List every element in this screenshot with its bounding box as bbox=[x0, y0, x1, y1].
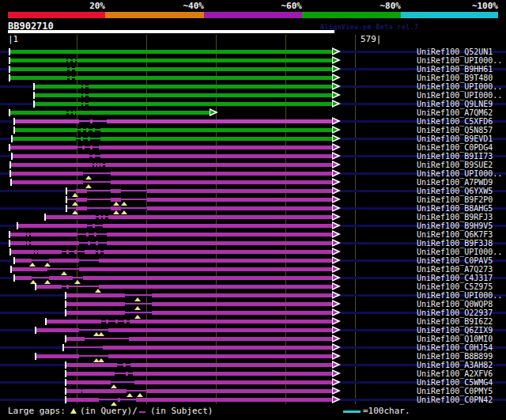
alignment-segment[interactable] bbox=[66, 302, 125, 306]
alignment-segment[interactable] bbox=[99, 285, 332, 289]
alignment-segment[interactable] bbox=[36, 354, 79, 358]
subject-label[interactable]: UniRef100_UPI000.. bbox=[417, 169, 502, 178]
alignment-segment[interactable] bbox=[152, 302, 332, 306]
alignment-segment[interactable] bbox=[75, 67, 332, 71]
subject-label[interactable]: UniRef100_C0PMY5 bbox=[417, 387, 493, 395]
alignment-segment[interactable] bbox=[83, 276, 332, 280]
alignment-segment[interactable] bbox=[66, 389, 81, 393]
alignment-segment[interactable] bbox=[9, 50, 332, 54]
subject-label[interactable]: UniRef100_A3AH82 bbox=[417, 361, 493, 369]
alignment-segment[interactable] bbox=[77, 146, 99, 148]
alignment-segment[interactable] bbox=[103, 224, 332, 228]
alignment-segment[interactable] bbox=[11, 267, 47, 271]
alignment-segment[interactable] bbox=[129, 337, 332, 341]
subject-label[interactable]: UniRef100_B9F2P0 bbox=[417, 195, 493, 204]
alignment-segment[interactable] bbox=[73, 277, 83, 278]
alignment-segment[interactable] bbox=[85, 338, 129, 339]
alignment-segment[interactable] bbox=[34, 85, 81, 89]
alignment-segment[interactable] bbox=[147, 206, 332, 210]
alignment-segment[interactable] bbox=[111, 172, 332, 176]
alignment-segment[interactable] bbox=[45, 215, 96, 219]
alignment-segment[interactable] bbox=[85, 250, 96, 254]
subject-label[interactable]: UniRef100_Q9LNE9 bbox=[417, 100, 493, 108]
subject-label[interactable]: UniRef100_Q6YXW5 bbox=[417, 187, 493, 195]
alignment-segment[interactable] bbox=[126, 390, 146, 392]
alignment-segment[interactable] bbox=[130, 363, 332, 367]
alignment-segment[interactable] bbox=[46, 320, 101, 324]
alignment-segment[interactable] bbox=[79, 329, 108, 331]
alignment-segment[interactable] bbox=[14, 128, 77, 132]
alignment-segment[interactable] bbox=[89, 93, 332, 97]
alignment-segment[interactable] bbox=[31, 241, 79, 245]
alignment-segment[interactable] bbox=[108, 354, 332, 358]
alignment-segment[interactable] bbox=[47, 268, 79, 270]
alignment-segment[interactable] bbox=[17, 224, 87, 228]
alignment-segment[interactable] bbox=[121, 190, 147, 191]
alignment-segment[interactable] bbox=[87, 207, 111, 209]
alignment-segment[interactable] bbox=[77, 59, 332, 62]
subject-label[interactable]: UniRef100_Q0WQP8 bbox=[417, 300, 493, 308]
alignment-segment[interactable] bbox=[49, 259, 79, 263]
alignment-segment[interactable] bbox=[66, 311, 125, 315]
alignment-segment[interactable] bbox=[31, 233, 77, 236]
subject-label[interactable]: UniRef100_B9F3J8 bbox=[417, 239, 493, 248]
subject-label[interactable]: UniRef100_C5XFD6 bbox=[417, 117, 493, 126]
alignment-segment[interactable] bbox=[66, 398, 99, 402]
alignment-segment[interactable] bbox=[125, 312, 152, 313]
alignment-segment[interactable] bbox=[146, 389, 332, 393]
subject-label[interactable]: UniRef100_UPI000.. bbox=[417, 248, 502, 256]
subject-label[interactable]: UniRef100_C0HJ54 bbox=[417, 343, 493, 352]
alignment-segment[interactable] bbox=[121, 199, 147, 200]
subject-label[interactable]: UniRef100_Q6K7F3 bbox=[417, 230, 493, 239]
alignment-segment[interactable] bbox=[152, 311, 332, 315]
alignment-segment[interactable] bbox=[12, 137, 76, 141]
alignment-segment[interactable] bbox=[76, 111, 210, 115]
subject-label[interactable]: UniRef100_B9II73 bbox=[417, 152, 493, 161]
alignment-segment[interactable] bbox=[133, 372, 332, 376]
alignment-segment[interactable] bbox=[14, 276, 32, 280]
alignment-segment[interactable] bbox=[9, 146, 77, 149]
alignment-segment[interactable] bbox=[66, 207, 76, 209]
alignment-segment[interactable] bbox=[9, 111, 66, 115]
alignment-segment[interactable] bbox=[136, 398, 332, 402]
alignment-segment[interactable] bbox=[10, 163, 93, 167]
alignment-segment[interactable] bbox=[63, 346, 103, 348]
alignment-segment[interactable] bbox=[111, 189, 121, 193]
alignment-segment[interactable] bbox=[79, 355, 108, 357]
subject-label[interactable]: UniRef100_B9T480 bbox=[417, 74, 493, 82]
alignment-segment[interactable] bbox=[100, 154, 332, 158]
subject-label[interactable]: UniRef100_A7PWD9 bbox=[417, 178, 493, 187]
alignment-segment[interactable] bbox=[130, 320, 332, 324]
subject-label[interactable]: UniRef100_B9HH61 bbox=[417, 65, 493, 74]
alignment-segment[interactable] bbox=[89, 102, 332, 106]
subject-label[interactable]: UniRef100_A7Q273 bbox=[417, 265, 493, 274]
subject-label[interactable]: UniRef100_B9H9V5 bbox=[417, 221, 493, 230]
alignment-segment[interactable] bbox=[108, 328, 332, 332]
alignment-segment[interactable] bbox=[108, 215, 332, 219]
alignment-segment[interactable] bbox=[9, 67, 67, 71]
subject-label[interactable]: UniRef100_UPI000.. bbox=[417, 82, 502, 91]
alignment-segment[interactable] bbox=[107, 241, 332, 245]
alignment-segment[interactable] bbox=[103, 346, 332, 350]
subject-label[interactable]: UniRef100_C4J317 bbox=[417, 274, 493, 282]
alignment-segment[interactable] bbox=[147, 198, 332, 202]
alignment-segment[interactable] bbox=[66, 380, 111, 384]
subject-label[interactable]: UniRef100_B9I6Z2 bbox=[417, 317, 493, 326]
subject-label[interactable]: UniRef100_B9SUE2 bbox=[417, 161, 493, 169]
subject-label[interactable]: UniRef100_C0PDG4 bbox=[417, 143, 493, 152]
alignment-segment[interactable] bbox=[9, 233, 26, 236]
subject-label[interactable]: UniRef100_B8B899 bbox=[417, 352, 493, 361]
alignment-segment[interactable] bbox=[14, 119, 79, 123]
alignment-segment[interactable] bbox=[87, 225, 103, 226]
alignment-segment[interactable] bbox=[79, 259, 99, 261]
alignment-segment[interactable] bbox=[66, 190, 76, 191]
subject-label[interactable]: UniRef100_A2XFV6 bbox=[417, 369, 493, 378]
alignment-segment[interactable] bbox=[79, 242, 107, 244]
alignment-segment[interactable] bbox=[115, 373, 133, 374]
alignment-segment[interactable] bbox=[79, 120, 107, 122]
alignment-segment[interactable] bbox=[89, 85, 332, 89]
alignment-segment[interactable] bbox=[66, 372, 115, 376]
alignment-segment[interactable] bbox=[147, 189, 332, 193]
alignment-segment[interactable] bbox=[9, 241, 26, 245]
subject-label[interactable]: UniRef100_B8AHG5 bbox=[417, 204, 493, 213]
